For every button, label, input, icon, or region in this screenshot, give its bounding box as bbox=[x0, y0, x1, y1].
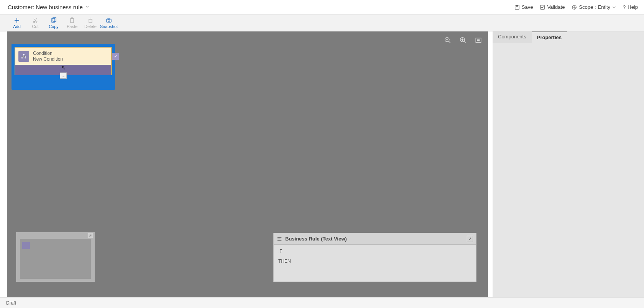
check-icon[interactable]: ✓ bbox=[112, 53, 119, 60]
textview-header: Business Rule (Text View) ⤢ bbox=[274, 233, 476, 245]
svg-rect-15 bbox=[21, 57, 23, 58]
panel-tabs: Components Properties bbox=[493, 31, 644, 43]
node-name: New Condition bbox=[33, 56, 63, 62]
canvas-wrap: Condition New Condition ✓ ⌄ ↖ bbox=[0, 31, 491, 297]
svg-rect-1 bbox=[516, 5, 518, 7]
svg-rect-14 bbox=[23, 54, 25, 55]
paste-button: Paste bbox=[63, 15, 81, 31]
rule-title-dropdown[interactable]: Customer: New business rule bbox=[8, 4, 89, 10]
delete-button: Delete bbox=[81, 15, 100, 31]
condition-node[interactable]: Condition New Condition ✓ ⌄ bbox=[15, 47, 112, 75]
scope-label: Scope : bbox=[579, 4, 596, 10]
status-text: Draft bbox=[6, 300, 16, 306]
tab-components[interactable]: Components bbox=[493, 31, 532, 43]
zoom-in-button[interactable] bbox=[459, 36, 467, 44]
svg-rect-10 bbox=[89, 19, 92, 23]
svg-rect-22 bbox=[278, 239, 281, 239]
validate-label: Validate bbox=[547, 4, 565, 10]
svg-rect-2 bbox=[540, 5, 545, 9]
fit-screen-button[interactable] bbox=[474, 36, 483, 44]
copy-button[interactable]: Copy bbox=[44, 15, 63, 31]
collapse-icon[interactable]: ⌄ bbox=[60, 72, 67, 79]
minimap-viewport[interactable] bbox=[20, 239, 91, 279]
condition-node-text: Condition New Condition bbox=[33, 51, 63, 62]
hierarchy-icon bbox=[18, 51, 29, 62]
cut-button: Cut bbox=[26, 15, 44, 31]
save-button[interactable]: Save bbox=[514, 4, 533, 10]
designer-canvas[interactable]: Condition New Condition ✓ ⌄ ↖ bbox=[7, 31, 488, 297]
node-type-label: Condition bbox=[33, 51, 63, 56]
header-actions: Save Validate Scope : Entity ? Help bbox=[514, 4, 638, 10]
validate-button[interactable]: Validate bbox=[540, 4, 565, 10]
add-label: Add bbox=[13, 24, 21, 29]
svg-rect-23 bbox=[278, 240, 282, 240]
title-value: New business rule bbox=[36, 4, 83, 10]
scope-value: Entity bbox=[598, 4, 611, 10]
textview-body: IF THEN bbox=[274, 245, 476, 282]
delete-label: Delete bbox=[84, 24, 97, 29]
chevron-down-icon bbox=[85, 4, 89, 10]
help-button[interactable]: ? Help bbox=[623, 4, 638, 10]
panel-body bbox=[493, 43, 644, 297]
minimap-bar: ⤢ bbox=[16, 232, 95, 239]
add-button[interactable]: Add bbox=[8, 15, 26, 31]
minimap-node-icon bbox=[22, 242, 30, 249]
svg-rect-13 bbox=[108, 18, 110, 19]
status-bar: Draft bbox=[0, 297, 644, 308]
canvas-controls bbox=[444, 36, 483, 44]
zoom-out-button[interactable] bbox=[444, 36, 452, 44]
svg-rect-16 bbox=[25, 57, 26, 58]
textview-icon bbox=[277, 236, 282, 242]
minimap[interactable]: ⤢ bbox=[16, 232, 95, 282]
textview-then: THEN bbox=[278, 259, 472, 264]
copy-label: Copy bbox=[49, 24, 59, 29]
svg-rect-21 bbox=[278, 237, 282, 238]
svg-rect-8 bbox=[71, 18, 74, 23]
cut-label: Cut bbox=[32, 24, 38, 29]
paste-label: Paste bbox=[67, 24, 77, 29]
toolbar: Add Cut Copy Paste Delete Snapshot bbox=[0, 15, 644, 31]
textview-title: Business Rule (Text View) bbox=[285, 236, 347, 242]
tab-properties[interactable]: Properties bbox=[532, 31, 567, 43]
scope-selector[interactable]: Scope : Entity bbox=[572, 4, 616, 10]
svg-point-12 bbox=[108, 20, 110, 21]
snapshot-button[interactable]: Snapshot bbox=[100, 15, 118, 31]
title-prefix: Customer: bbox=[8, 4, 34, 10]
snapshot-label: Snapshot bbox=[100, 24, 118, 29]
side-panel: Components Properties bbox=[493, 31, 644, 297]
header-bar: Customer: New business rule Save Validat… bbox=[0, 0, 644, 15]
textview-if: IF bbox=[278, 249, 472, 254]
condition-node-header: Condition New Condition bbox=[15, 48, 111, 65]
textview-expand-button[interactable]: ⤢ bbox=[467, 236, 473, 242]
textview-panel: Business Rule (Text View) ⤢ IF THEN bbox=[273, 233, 476, 282]
minimap-expand-icon[interactable]: ⤢ bbox=[88, 233, 93, 238]
svg-rect-20 bbox=[477, 40, 480, 41]
help-icon: ? bbox=[623, 4, 626, 10]
save-label: Save bbox=[522, 4, 533, 10]
condition-node-selection[interactable]: Condition New Condition ✓ ⌄ ↖ bbox=[12, 44, 115, 90]
main-area: Condition New Condition ✓ ⌄ ↖ bbox=[0, 31, 644, 297]
help-label: Help bbox=[628, 4, 638, 10]
